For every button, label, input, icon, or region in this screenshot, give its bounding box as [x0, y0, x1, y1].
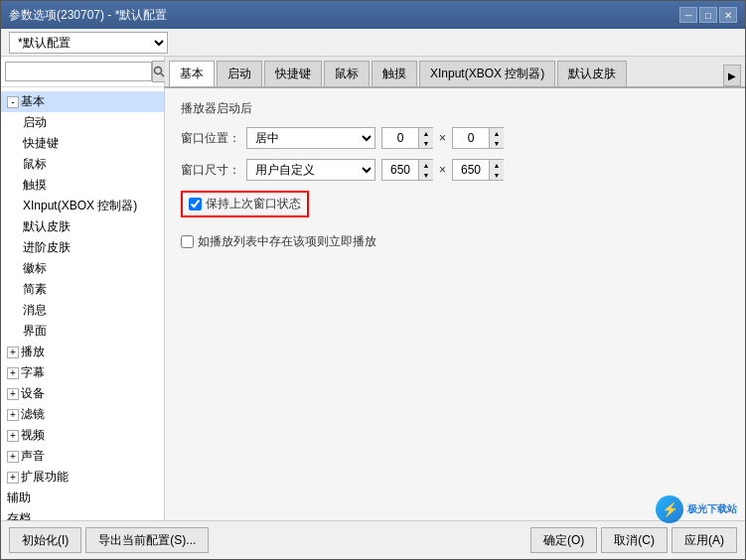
ok-button[interactable]: 确定(O)	[530, 527, 597, 553]
tree-item-assist[interactable]: 辅助	[1, 488, 164, 508]
search-bar	[1, 57, 164, 87]
window-pos-select[interactable]: 居中	[246, 127, 375, 149]
tree-item-filter[interactable]: + 滤镜	[1, 404, 164, 425]
watermark-icon: ⚡	[656, 495, 683, 523]
spinbox-y-down[interactable]: ▼	[490, 138, 504, 148]
tab-start[interactable]: 启动	[217, 61, 262, 86]
autoplay-checkbox[interactable]	[181, 235, 194, 248]
spinbox-x-controls: ▲ ▼	[418, 128, 433, 148]
spinbox-h-up[interactable]: ▲	[490, 160, 504, 170]
expand-icon-play[interactable]: +	[7, 347, 19, 358]
window-size-select[interactable]: 用户自定义	[246, 159, 375, 181]
content-area: 播放器启动后 窗口位置： 居中 ▲ ▼ ×	[165, 88, 745, 520]
autoplay-label: 如播放列表中存在该项则立即播放	[198, 233, 376, 250]
export-button[interactable]: 导出当前配置(S)...	[85, 527, 209, 553]
window-pos-label: 窗口位置：	[181, 130, 240, 147]
spinbox-y-input[interactable]	[453, 128, 489, 148]
spinbox-w-down[interactable]: ▼	[419, 170, 433, 180]
cancel-button[interactable]: 取消(C)	[601, 527, 668, 553]
tree-label-play: 播放	[21, 344, 45, 360]
tree-item-extend[interactable]: + 扩展功能	[1, 467, 164, 488]
tree-item-play[interactable]: + 播放	[1, 342, 164, 362]
tree-item-simple[interactable]: 简素	[17, 279, 164, 300]
tree-item-xinput[interactable]: XInput(XBOX 控制器)	[17, 196, 164, 216]
spinbox-h-controls: ▲ ▼	[489, 160, 504, 180]
x-separator-2: ×	[439, 163, 446, 177]
tree-label-icon: 徽标	[23, 260, 47, 277]
tree: - 基本 启动 快捷键 鼠标 触摸	[1, 87, 164, 520]
tree-label-touch: 触摸	[23, 177, 47, 194]
tree-item-message[interactable]: 消息	[17, 300, 164, 321]
tree-item-touch[interactable]: 触摸	[17, 175, 164, 196]
spinbox-h-down[interactable]: ▼	[490, 170, 504, 180]
tree-label-xinput: XInput(XBOX 控制器)	[23, 198, 137, 214]
tree-item-subtitle[interactable]: + 字幕	[1, 362, 164, 383]
spinbox-w-input[interactable]	[382, 160, 418, 180]
tree-item-icon[interactable]: 徽标	[17, 258, 164, 279]
tabs-nav-right-button[interactable]: ▶	[723, 65, 741, 86]
spinbox-y-up[interactable]: ▲	[490, 128, 504, 138]
expand-icon-extend[interactable]: +	[7, 472, 19, 484]
expand-icon-filter[interactable]: +	[7, 409, 19, 421]
expand-icon-basic[interactable]: -	[7, 96, 19, 108]
window-controls: ─ □ ✕	[679, 7, 737, 23]
expand-icon-audio[interactable]: +	[7, 451, 19, 463]
tree-item-interface[interactable]: 界面	[17, 321, 164, 342]
tree-label-skin: 默认皮肤	[23, 218, 71, 235]
section-title: 播放器启动后	[181, 100, 729, 117]
tree-item-shortcut[interactable]: 快捷键	[17, 133, 164, 154]
close-button[interactable]: ✕	[719, 7, 737, 23]
tree-label-device: 设备	[21, 385, 45, 402]
right-panel: 基本 启动 快捷键 鼠标 触摸 XInput(XBOX 控制器)	[165, 57, 745, 520]
main-area: - 基本 启动 快捷键 鼠标 触摸	[1, 57, 745, 520]
tab-basic[interactable]: 基本	[169, 61, 215, 88]
tree-item-audio[interactable]: + 声音	[1, 446, 164, 467]
tree-item-archive[interactable]: 存档	[1, 508, 164, 520]
tab-shortcut[interactable]: 快捷键	[264, 61, 322, 86]
left-panel: - 基本 启动 快捷键 鼠标 触摸	[1, 57, 165, 520]
profile-select[interactable]: *默认配置	[9, 32, 168, 54]
window-size-row: 窗口尺寸： 用户自定义 ▲ ▼ ×	[181, 159, 729, 181]
tree-label-subtitle: 字幕	[21, 364, 45, 381]
search-icon	[153, 66, 165, 77]
tree-label-extend: 扩展功能	[21, 469, 69, 486]
tab-xinput[interactable]: XInput(XBOX 控制器)	[419, 61, 555, 86]
tree-label-assist: 辅助	[7, 490, 31, 506]
tree-label-basic: 基本	[21, 93, 45, 110]
bottom-right-buttons: 确定(O) 取消(C) 应用(A)	[530, 527, 737, 553]
spinbox-x-input[interactable]	[382, 128, 418, 148]
apply-button[interactable]: 应用(A)	[671, 527, 737, 553]
window-size-label: 窗口尺寸：	[181, 162, 240, 179]
tab-touch[interactable]: 触摸	[372, 61, 417, 86]
tab-skin[interactable]: 默认皮肤	[557, 61, 627, 86]
svg-point-0	[155, 68, 162, 74]
tree-item-mouse[interactable]: 鼠标	[17, 154, 164, 175]
maximize-button[interactable]: □	[699, 7, 717, 23]
expand-icon-subtitle[interactable]: +	[7, 367, 19, 379]
tree-item-basic[interactable]: - 基本	[1, 91, 164, 112]
spinbox-x-down[interactable]: ▼	[419, 138, 433, 148]
tree-label-message: 消息	[23, 302, 47, 319]
tree-label-simple: 简素	[23, 281, 47, 298]
expand-icon-device[interactable]: +	[7, 388, 19, 400]
tree-label-interface: 界面	[23, 323, 47, 340]
tree-item-start[interactable]: 启动	[17, 112, 164, 133]
tree-item-advance[interactable]: 进阶皮肤	[17, 237, 164, 258]
search-button[interactable]	[152, 61, 166, 82]
spinbox-w-up[interactable]: ▲	[419, 160, 433, 170]
spinbox-w-controls: ▲ ▼	[418, 160, 433, 180]
init-button[interactable]: 初始化(I)	[9, 527, 81, 553]
tree-item-video[interactable]: + 视频	[1, 425, 164, 446]
tab-mouse[interactable]: 鼠标	[324, 61, 370, 86]
keep-window-state-checkbox[interactable]	[189, 198, 202, 210]
minimize-button[interactable]: ─	[679, 7, 697, 23]
expand-icon-video[interactable]: +	[7, 430, 19, 442]
search-input[interactable]	[5, 62, 152, 81]
spinbox-h-input[interactable]	[453, 160, 489, 180]
tree-label-archive: 存档	[7, 510, 31, 520]
tree-item-skin[interactable]: 默认皮肤	[17, 216, 164, 237]
tree-label-advance: 进阶皮肤	[23, 239, 71, 256]
tree-item-device[interactable]: + 设备	[1, 383, 164, 404]
spinbox-x-up[interactable]: ▲	[419, 128, 433, 138]
bottom-left-buttons: 初始化(I) 导出当前配置(S)...	[9, 527, 209, 553]
